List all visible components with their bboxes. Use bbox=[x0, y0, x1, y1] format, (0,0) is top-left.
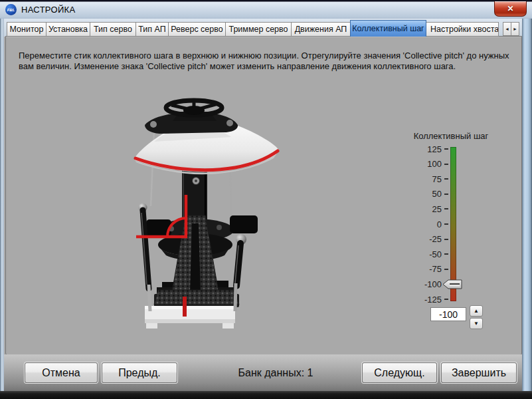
tab-5[interactable]: Реверс серво bbox=[168, 22, 226, 37]
slider-tick: -50 bbox=[429, 249, 450, 259]
app-logo-icon: FBL bbox=[5, 4, 17, 15]
tab-scroll-right-icon[interactable]: ► bbox=[511, 22, 519, 36]
pitch-value-input[interactable] bbox=[430, 307, 466, 321]
tab-7[interactable]: Движения АП bbox=[291, 22, 351, 37]
slider-bar[interactable] bbox=[450, 147, 456, 301]
data-bank-label: Банк данных: 1 bbox=[199, 367, 352, 379]
next-button[interactable]: Следующ. bbox=[362, 362, 437, 383]
tab-6[interactable]: Триммер серво bbox=[225, 22, 292, 37]
tab-8[interactable]: Коллективный шаг bbox=[350, 20, 426, 37]
previous-button[interactable]: Предыд. bbox=[102, 362, 177, 383]
helicopter-photo bbox=[105, 92, 324, 331]
spin-up-icon[interactable]: ▲ bbox=[470, 305, 483, 317]
slider-tick: 100 bbox=[427, 159, 450, 170]
slider-tick: 0 bbox=[437, 219, 450, 229]
tab-3[interactable]: Тип серво bbox=[90, 22, 136, 37]
window-frame-left bbox=[0, 19, 4, 391]
tab-1[interactable]: Монитор bbox=[7, 22, 46, 37]
instructions-text: Переместите стик коллективного шага в ве… bbox=[19, 51, 515, 72]
slider-handle[interactable] bbox=[442, 279, 462, 289]
slider-tick: -125 bbox=[424, 294, 450, 305]
tab-scroll-buttons: ◄ ► bbox=[503, 22, 519, 36]
window-frame-bottom bbox=[0, 391, 532, 399]
tab-strip: МониторУстановкаТип сервоТип АПРеверс се… bbox=[7, 20, 498, 37]
tab-9[interactable]: Настройки хвоста bbox=[426, 22, 499, 37]
pitch-slider-label: Коллективный шаг bbox=[398, 131, 504, 141]
tab-4[interactable]: Тип АП bbox=[135, 22, 169, 37]
cancel-button[interactable]: Отмена bbox=[25, 362, 98, 383]
slider-tick: -75 bbox=[429, 264, 450, 275]
close-button[interactable]: ✕ bbox=[494, 1, 527, 17]
spin-down-icon[interactable]: ▼ bbox=[470, 318, 483, 329]
slider-tick: 75 bbox=[432, 174, 450, 184]
title-bar[interactable]: FBL НАСТРОЙКА ✕ bbox=[0, 0, 532, 19]
tab-2[interactable]: Установка bbox=[46, 22, 90, 37]
window-title: НАСТРОЙКА bbox=[21, 5, 75, 15]
finish-button[interactable]: Завершить bbox=[441, 362, 517, 383]
settings-window: FBL НАСТРОЙКА ✕ МониторУстановкаТип серв… bbox=[0, 0, 532, 399]
slider-tick: 25 bbox=[432, 203, 450, 214]
slider-tick: 50 bbox=[432, 189, 450, 200]
slider-tick: 125 bbox=[427, 144, 450, 154]
slider-tick: -25 bbox=[429, 234, 450, 245]
window-frame-right bbox=[522, 19, 532, 391]
